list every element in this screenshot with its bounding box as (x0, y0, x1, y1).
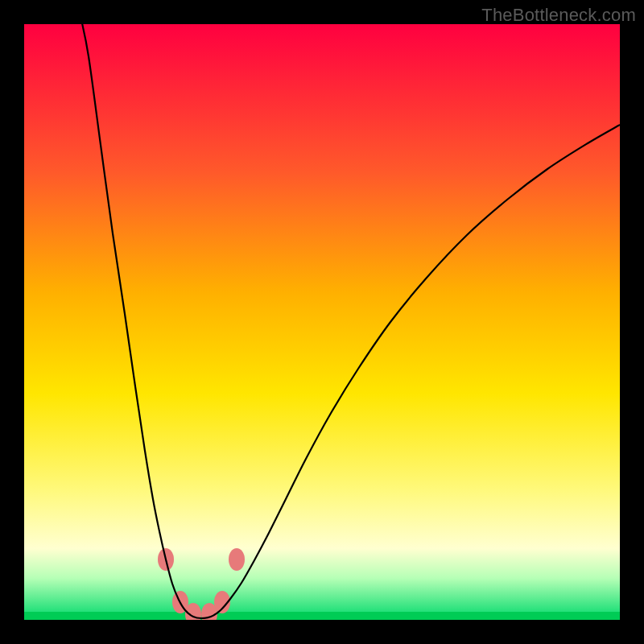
chart-svg (24, 24, 620, 620)
curve-marker (229, 548, 245, 571)
chart-background (24, 24, 620, 620)
chart-frame (24, 24, 620, 620)
watermark-text: TheBottleneck.com (481, 5, 636, 26)
bottom-green-band (24, 612, 620, 620)
